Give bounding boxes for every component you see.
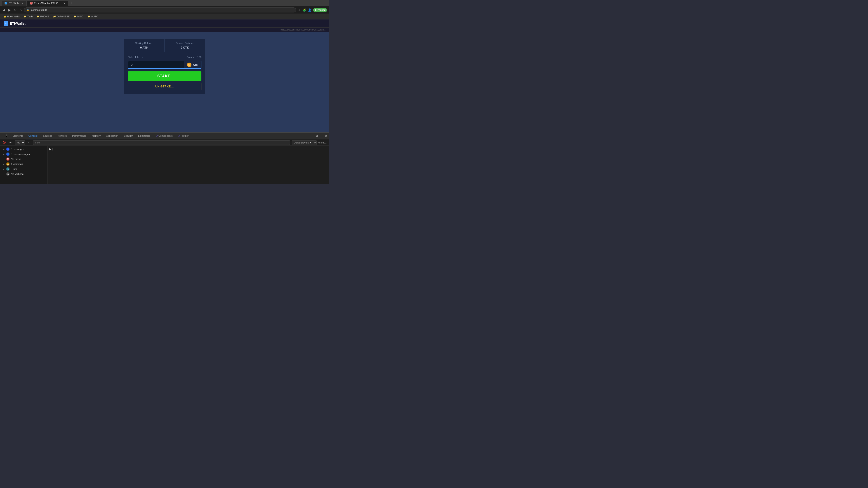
new-tab-button[interactable]: + (69, 1, 73, 5)
console-context-select[interactable]: top (15, 140, 25, 145)
extension-button[interactable]: 🧩 (302, 8, 307, 12)
console-main-area[interactable]: ▶ (48, 146, 329, 184)
folder-icon-misc: 📁 (74, 15, 76, 18)
stake-section: Stake Tokens Balance: 100 Ð ATK STAKE! U… (124, 52, 205, 94)
sidebar-item-messages[interactable]: ▶ ℹ 9 messages (0, 147, 47, 152)
tab-console[interactable]: Console (26, 133, 40, 139)
tab-ethwallet[interactable]: 🔷 ETHWallet ✕ (2, 1, 26, 6)
app-logo: ≡ ETHWallet (4, 21, 26, 26)
app-area: ≡ ETHWallet 0xe507D80295e43EP45Ca9814f4b… (0, 20, 329, 132)
console-filter-input[interactable] (33, 140, 290, 145)
browser-actions: ☆ 🧩 👤 ⏸ Paused (298, 8, 327, 12)
folder-icon-auto: 📁 (88, 15, 90, 18)
stake-input[interactable] (128, 61, 184, 69)
bookmark-item-auto[interactable]: 📁 AUTO (86, 15, 100, 18)
reward-balance-label: Reward Balance (168, 42, 202, 44)
tab-bar: 🔷 ETHWallet ✕ 🐙 EnochMbaebie/ETHOnline: … (0, 0, 329, 6)
console-prompt: ▶ (49, 148, 51, 151)
tab-favicon-2: 🐙 (30, 2, 33, 4)
tab-elements[interactable]: Elements (10, 133, 26, 139)
tab-close-2[interactable]: ✕ (63, 2, 65, 4)
bookmark-item-phone[interactable]: 📁 PHONE (35, 15, 51, 18)
tab-network[interactable]: Network (55, 133, 69, 139)
devtools-settings-btn[interactable]: ⚙ (315, 134, 318, 138)
wallet-address-bar: 0xe507D80295e43EP45Ca9814f4b7C51C381B... (0, 28, 329, 32)
devtools-inspect-icon[interactable]: ⬚ (2, 134, 4, 137)
icon-no-verbose: … (6, 172, 9, 175)
tab-github[interactable]: 🐙 EnochMbaebie/ETHOnline: ET… ✕ (27, 1, 68, 6)
icon-messages: ℹ (6, 148, 9, 151)
tab-favicon-1: 🔷 (4, 2, 7, 4)
logo-icon: ≡ (4, 21, 8, 26)
label-messages: 9 messages (11, 148, 24, 151)
label-user-messages: 9 user messages (11, 153, 30, 156)
console-show-live-btn[interactable]: 👁 (27, 141, 31, 144)
console-eye-btn[interactable]: 👁 (8, 141, 13, 144)
bookmark-label-misc: MISC (77, 15, 84, 18)
stake-tokens-label: Stake Tokens (128, 56, 143, 59)
tab-profiler[interactable]: ⬡ Profiler (175, 133, 191, 139)
console-cursor-blink (52, 148, 53, 151)
icon-info: ℹ (6, 167, 9, 170)
tab-close-1[interactable]: ✕ (22, 2, 24, 4)
tab-components[interactable]: ⬡ Components (153, 133, 175, 139)
bookmark-label-phone: PHONE (40, 15, 49, 18)
sidebar-item-info[interactable]: ▶ ℹ 5 info (0, 166, 47, 171)
tab-security[interactable]: Security (121, 133, 135, 139)
devtools-toolbar: 🚫 👁 top 👁 Default levels ▼ 0 hidd... (0, 139, 329, 146)
folder-icon-phone: 📁 (37, 15, 39, 18)
devtools-icons: ⚙ ⋮ ✕ (315, 134, 327, 138)
bookmark-item-bookmarks[interactable]: ⭐ Bookmarks (2, 15, 22, 18)
bookmark-label-japanese: JAPANESE (57, 15, 70, 18)
profiler-icon: ⬡ (178, 134, 180, 137)
unstake-button[interactable]: UN-STAKE... (128, 83, 202, 90)
star-button[interactable]: ☆ (298, 8, 301, 12)
reload-button[interactable]: ↻ (13, 8, 18, 12)
devtools-mobile-icon[interactable]: 📱 (5, 134, 8, 137)
bookmark-item-tech[interactable]: 📁 Tech (22, 15, 34, 18)
bookmark-item-misc[interactable]: 📁 MISC (72, 15, 86, 18)
staking-balance-cell: Staking Balance 0 ATK (124, 39, 164, 52)
label-warnings: 4 warnings (11, 163, 23, 165)
bookmark-item-japanese[interactable]: 📁 JAPANESE (51, 15, 71, 18)
back-button[interactable]: ◀ (2, 8, 6, 12)
console-input-line: ▶ (49, 148, 327, 151)
label-no-verbose: No verbose (11, 173, 24, 175)
tab-sources[interactable]: Sources (40, 133, 55, 139)
tab-performance[interactable]: Performance (69, 133, 89, 139)
folder-icon-tech: 📁 (24, 15, 26, 18)
devtools-close-btn[interactable]: ✕ (325, 134, 327, 138)
sidebar-item-user-messages[interactable]: ▶ 👤 9 user messages (0, 152, 47, 157)
components-icon: ⬡ (156, 134, 158, 137)
icon-user-messages: 👤 (6, 153, 9, 156)
reward-balance-cell: Reward Balance 0 CTK (164, 39, 205, 52)
home-button[interactable]: ⌂ (19, 8, 23, 12)
label-no-errors: No errors (11, 158, 21, 160)
sidebar-item-warnings[interactable]: ▶ ⚠ 4 warnings (0, 162, 47, 166)
tab-lighthouse[interactable]: Lighthouse (135, 133, 153, 139)
page-wrapper: 🔷 ETHWallet ✕ 🐙 EnochMbaebie/ETHOnline: … (0, 0, 329, 184)
nav-bar: ◀ ▶ ↻ ⌂ 🔒 localhost:3000 ☆ 🧩 👤 ⏸ Paused (0, 6, 329, 13)
tab-memory[interactable]: Memory (89, 133, 103, 139)
input-row: Ð ATK (128, 61, 202, 69)
arrow-messages: ▶ (3, 148, 4, 151)
forward-button[interactable]: ▶ (7, 8, 12, 12)
sidebar-item-no-errors[interactable]: ▶ ✕ No errors (0, 157, 47, 162)
stake-header: Stake Tokens Balance: 100 (128, 56, 202, 59)
icon-no-errors: ✕ (6, 158, 9, 161)
tab-application[interactable]: Application (103, 133, 121, 139)
profile-button[interactable]: 👤 (307, 8, 312, 12)
app-header: ≡ ETHWallet (0, 20, 329, 28)
address-bar[interactable]: 🔒 localhost:3000 (24, 7, 296, 12)
console-level-select[interactable]: Default levels ▼ (292, 140, 317, 145)
devtools-panel: ⬚ 📱 Elements Console Sources Network Per… (0, 132, 329, 184)
sidebar-item-no-verbose[interactable]: ▶ … No verbose (0, 171, 47, 176)
bookmarks-bar: ⭐ Bookmarks 📁 Tech 📁 PHONE 📁 JAPANESE 📁 … (0, 13, 329, 20)
token-badge: Ð ATK (184, 61, 202, 69)
devtools-more-btn[interactable]: ⋮ (320, 134, 323, 138)
wallet-address: 0xe507D80295e43EP45Ca9814f4b7C51C381B... (281, 29, 326, 31)
label-info: 5 info (11, 168, 17, 170)
stake-button[interactable]: STAKE! (128, 71, 202, 81)
console-clear-btn[interactable]: 🚫 (2, 140, 7, 144)
token-name: ATK (193, 63, 198, 66)
